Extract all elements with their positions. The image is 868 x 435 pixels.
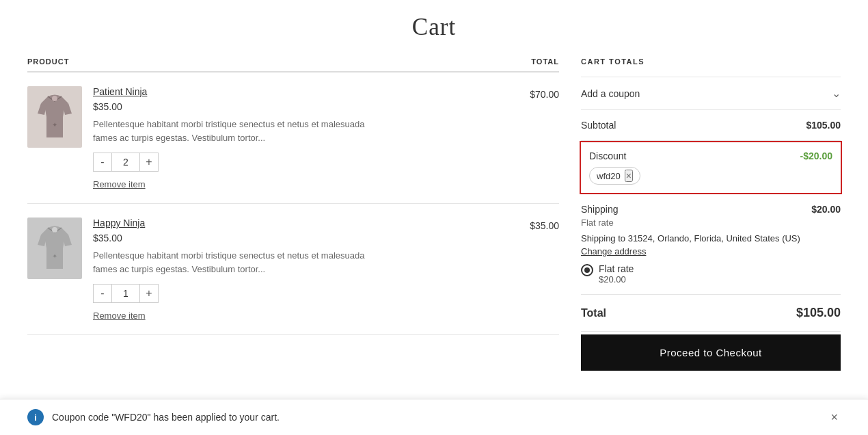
item-line-total-1: $70.00 (511, 86, 559, 100)
discount-row: Discount -$20.00 wfd20 × (580, 141, 842, 194)
shipping-option-price: $20.00 (599, 274, 634, 285)
shipping-row: Shipping $20.00 Flat rate Shipping to 31… (581, 194, 841, 295)
discount-label: Discount (589, 150, 626, 161)
remove-item-2[interactable]: Remove item (93, 311, 146, 321)
shipping-label: Shipping (581, 204, 619, 215)
discount-value: -$20.00 (800, 150, 832, 161)
cart-section: PRODUCT TOTAL ✦ Patient Ninja (27, 57, 559, 335)
item-name-1[interactable]: Patient Ninja (93, 86, 500, 97)
quantity-value-2: 1 (112, 284, 139, 303)
svg-text:✦: ✦ (52, 121, 57, 129)
subtotal-row: Subtotal $105.00 (581, 110, 841, 141)
item-line-total-2: $35.00 (511, 218, 559, 231)
quantity-increase-2[interactable]: + (139, 284, 159, 303)
cart-totals: CART TOTALS Add a coupon ⌄ Subtotal $105… (581, 57, 841, 371)
item-details-2: Happy Ninja $35.00 Pellentesque habitant… (93, 218, 500, 321)
discount-row-inner: Discount -$20.00 (589, 150, 832, 161)
quantity-increase-1[interactable]: + (139, 153, 159, 172)
coupon-label: Add a coupon (581, 88, 640, 99)
item-name-2[interactable]: Happy Ninja (93, 218, 500, 228)
svg-point-2 (52, 227, 57, 233)
checkout-button[interactable]: Proceed to Checkout (581, 334, 841, 371)
remove-item-1[interactable]: Remove item (93, 179, 146, 189)
quantity-decrease-1[interactable]: - (93, 153, 112, 172)
shipping-row-top: Shipping $20.00 (581, 204, 841, 215)
quantity-control-2: - 1 + (93, 284, 500, 303)
quantity-decrease-2[interactable]: - (93, 284, 112, 303)
item-price-1: $35.00 (93, 101, 500, 112)
add-coupon-row[interactable]: Add a coupon ⌄ (581, 77, 841, 110)
subtotal-label: Subtotal (581, 120, 616, 131)
shipping-option: Flat rate $20.00 (581, 263, 841, 285)
item-description-1: Pellentesque habitant morbi tristique se… (93, 118, 387, 144)
main-content: PRODUCT TOTAL ✦ Patient Ninja (27, 57, 841, 371)
quantity-control-1: - 2 + (93, 153, 500, 172)
shipping-radio[interactable] (581, 264, 593, 276)
page-title: Cart (27, 14, 841, 41)
shipping-value: $20.00 (811, 204, 841, 215)
coupon-code: wfd20 (597, 171, 621, 181)
total-label: Total (581, 307, 606, 319)
change-address-link[interactable]: Change address (581, 246, 841, 256)
notification-bar: i Coupon code "WFD20" has been applied t… (0, 399, 868, 435)
item-details-1: Patient Ninja $35.00 Pellentesque habita… (93, 86, 500, 189)
close-notification-button[interactable]: × (828, 411, 841, 423)
cart-totals-title: CART TOTALS (581, 57, 841, 66)
col-total-header: TOTAL (531, 57, 559, 66)
total-row: Total $105.00 (581, 295, 841, 332)
notification-text: Coupon code "WFD20" has been applied to … (52, 412, 819, 423)
subtotal-value: $105.00 (806, 120, 841, 131)
info-icon: i (27, 409, 44, 425)
shipping-option-name: Flat rate (599, 263, 634, 274)
coupon-tag-wrapper: wfd20 × (589, 167, 832, 185)
shipping-address: Shipping to 31524, Orlando, Florida, Uni… (581, 233, 841, 243)
chevron-down-icon: ⌄ (832, 87, 841, 100)
coupon-remove-button[interactable]: × (625, 170, 633, 182)
svg-text:✦: ✦ (52, 252, 57, 260)
item-image-2: ✦ (27, 218, 82, 279)
total-value: $105.00 (796, 306, 841, 320)
shipping-option-info: Flat rate $20.00 (599, 263, 634, 285)
cart-table-header: PRODUCT TOTAL (27, 57, 559, 72)
item-description-2: Pellentesque habitant morbi tristique se… (93, 249, 387, 276)
col-product-header: PRODUCT (27, 57, 69, 66)
page-wrapper: Cart PRODUCT TOTAL ✦ (0, 0, 868, 435)
cart-item-2: ✦ Happy Ninja $35.00 Pellentesque habita… (27, 204, 559, 335)
shipping-type: Flat rate (581, 218, 841, 228)
radio-inner (584, 267, 590, 273)
quantity-value-1: 2 (112, 153, 139, 172)
svg-point-0 (52, 96, 57, 101)
item-price-2: $35.00 (93, 233, 500, 243)
cart-item: ✦ Patient Ninja $35.00 Pellentesque habi… (27, 72, 559, 204)
coupon-tag: wfd20 × (589, 167, 640, 185)
item-image-1: ✦ (27, 86, 82, 148)
